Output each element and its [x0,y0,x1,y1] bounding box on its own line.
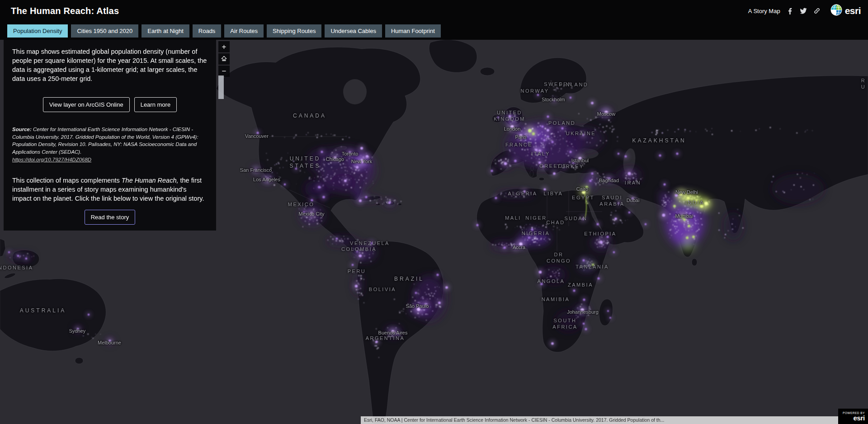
home-icon [221,56,227,61]
attribution-bar: Esri, FAO, NOAA | Center for Internation… [361,416,838,424]
tab-earth-at-night[interactable]: Earth at Night [142,24,189,38]
info-panel: This map shows estimated global populati… [4,40,216,231]
story-map-label: A Story Map [748,8,780,14]
esri-wordmark: esri [845,5,861,16]
panel-description: This map shows estimated global populati… [12,47,208,83]
source-body: Center for International Earth Science I… [12,127,198,155]
zoom-in-button[interactable]: + [218,41,230,52]
share-link-icon[interactable] [813,7,821,15]
facebook-icon[interactable] [786,7,794,15]
powered-by-esri-wordmark: esri [854,415,865,422]
tab-undersea-cables[interactable]: Undersea Cables [325,24,382,38]
source-label: Source: [12,127,32,132]
source-text: Source: Center for International Earth S… [12,126,208,163]
tab-population-density[interactable]: Population Density [7,24,68,38]
page-title: The Human Reach: Atlas [11,6,119,16]
attribution-text: Esri, FAO, NOAA | Center for Internation… [364,417,664,423]
source-doi-link[interactable]: https://doi.org/10.7927/H4DZ068D [12,157,91,162]
esri-logo[interactable]: esri [830,4,861,18]
tab-roads[interactable]: Roads [193,24,222,38]
human-reach-title: The Human Reach, [122,177,179,184]
home-button[interactable] [218,53,230,65]
tab-human-footprint[interactable]: Human Footprint [385,24,441,38]
powered-by-esri[interactable]: POWERED BY esri [838,409,868,424]
learn-more-button[interactable]: Learn more [134,97,177,112]
scrollbar-thumb[interactable] [218,75,224,99]
tab-air-routes[interactable]: Air Routes [224,24,264,38]
map-area: CANADAUNITED STATESMEXICOVENEZUELACOLOMB… [0,40,868,424]
header: The Human Reach: Atlas A Story Map [0,0,868,22]
story-map-app: The Human Reach: Atlas A Story Map [0,0,868,424]
tab-shipping-routes[interactable]: Shipping Routes [267,24,321,38]
esri-globe-icon [830,4,842,18]
read-story-button[interactable]: Read the story [85,210,136,225]
collection-text: This collection of maps complements The … [12,176,208,203]
twitter-icon[interactable] [800,7,807,15]
tab-cities-1950-and-2020[interactable]: Cities 1950 and 2020 [71,24,138,38]
map-zoom-controls: + − [218,41,230,77]
view-layer-button[interactable]: View layer on ArcGIS Online [43,97,130,112]
tab-bar: Population DensityCities 1950 and 2020Ea… [0,22,868,40]
